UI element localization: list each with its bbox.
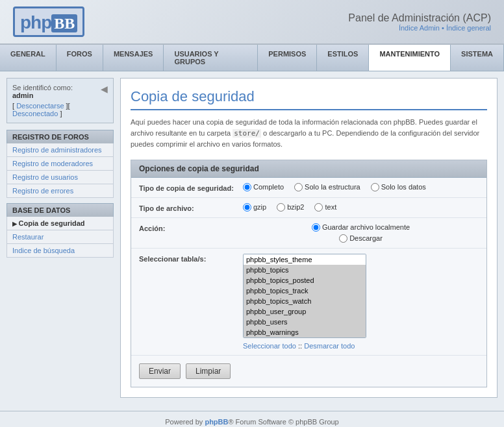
logo: phpBB xyxy=(13,6,84,37)
tipo-copia-group: Completo Solo la estructura Solo los dat… xyxy=(243,183,479,191)
phpbb-brand: phpBB xyxy=(205,418,228,426)
radio-completo-input[interactable] xyxy=(243,183,251,191)
page-title: Copia de seguridad xyxy=(131,88,487,110)
radio-gzip: gzip xyxy=(243,203,266,212)
sidebar-link-restaurar: Restaurar xyxy=(12,233,44,241)
tipo-archivo-group: gzip bzip2 text xyxy=(243,203,479,212)
powered-by-text: Powered by xyxy=(165,418,205,426)
main-nav: GENERAL FOROS MENSAJES USUARIOS Y GRUPOS… xyxy=(0,45,504,71)
index-admin-link[interactable]: Índice Admin xyxy=(399,24,440,32)
table-option-topics: phpbb_topics xyxy=(244,265,366,275)
sidebar-registro-title: REGISTRO DE FOROS xyxy=(6,130,114,143)
radio-bzip2: bzip2 xyxy=(277,203,304,212)
nav-tab-mensajes[interactable]: MENSAJES xyxy=(103,45,164,71)
options-box: Opciones de copia de seguridad Tipo de c… xyxy=(131,160,487,387)
clear-button[interactable]: Limpiar xyxy=(186,363,231,379)
radio-estructura-input[interactable] xyxy=(294,183,303,191)
index-general-link[interactable]: Índice general xyxy=(446,24,491,32)
sidebar-base-datos-title: BASE DE DATOS xyxy=(6,203,114,217)
table-option-topics-posted: phpbb_topics_posted xyxy=(244,275,366,286)
sidebar: ◀ Se identificó como: admin [ Desconecta… xyxy=(6,78,114,398)
table-option-user-group: phpbb_user_group xyxy=(244,306,366,317)
table-option-styles-theme: phpbb_styles_theme xyxy=(244,254,366,265)
tipo-archivo-label: Tipo de archivo: xyxy=(139,203,243,212)
radio-completo: Completo xyxy=(243,183,284,191)
sidebar-section-registro: REGISTRO DE FOROS Registro de administra… xyxy=(6,130,114,198)
radio-gzip-input[interactable] xyxy=(243,203,251,212)
nav-tab-permisos[interactable]: PERMISOS xyxy=(258,45,317,71)
radio-descargar-label[interactable]: Descargar xyxy=(349,234,383,242)
radio-guardar-label[interactable]: Guardar archivo localmente xyxy=(322,223,410,231)
radio-datos: Solo los datos xyxy=(371,183,426,191)
nav-tab-general[interactable]: GENERAL xyxy=(0,45,57,71)
sidebar-item-errores[interactable]: Registro de errores xyxy=(6,184,114,198)
select-all-link[interactable]: Seleccionar todo xyxy=(243,342,296,350)
accion-group: Guardar archivo localmente Descargar xyxy=(243,223,479,243)
main-content: Copia de seguridad Aquí puedes hacer una… xyxy=(120,78,498,398)
username: admin xyxy=(12,92,108,99)
panel-title: Panel de Administración (ACP) xyxy=(348,12,491,24)
nav-tab-foros[interactable]: FOROS xyxy=(57,45,103,71)
radio-completo-label[interactable]: Completo xyxy=(253,183,284,191)
user-label: Se identificó como: xyxy=(12,84,108,92)
radio-estructura-label[interactable]: Solo la estructura xyxy=(305,183,360,191)
table-option-words: phpbb_words xyxy=(244,337,366,338)
radio-guardar-input[interactable] xyxy=(312,223,320,232)
radio-bzip2-input[interactable] xyxy=(277,203,285,212)
sidebar-link-indice: Indice de búsqueda xyxy=(12,247,75,254)
nav-tab-mantenimiento[interactable]: MANTENIMIENTO xyxy=(369,45,451,71)
radio-datos-input[interactable] xyxy=(371,183,379,191)
table-option-warnings: phpbb_warnings xyxy=(244,327,366,337)
sidebar-item-copia[interactable]: Copia de seguridad xyxy=(6,217,114,230)
radio-bzip2-label[interactable]: bzip2 xyxy=(287,203,304,211)
radio-text-input[interactable] xyxy=(314,203,323,212)
user-links: [ Desconectarse ][ Desconectado ] xyxy=(12,102,108,117)
logo-php: php xyxy=(20,12,51,32)
tipo-copia-content: Completo Solo la estructura Solo los dat… xyxy=(243,183,479,191)
page-description: Aquí puedes hacer una copia de seguridad… xyxy=(131,117,487,150)
tipo-copia-row: Tipo de copia de seguridad: Completo Sol… xyxy=(131,178,486,198)
sidebar-item-moderadores[interactable]: Registro de moderadores xyxy=(6,157,114,171)
buttons-row: Enviar Limpiar xyxy=(131,356,486,387)
user-info: ◀ Se identificó como: admin [ Desconecta… xyxy=(6,78,114,123)
deselect-all-link[interactable]: Desmarcar todo xyxy=(304,342,355,350)
user-info-arrow-icon: ◀ xyxy=(101,84,108,94)
powered-suffix: ® Forum Software © phpBB Group xyxy=(228,418,338,426)
nav-tab-estilos[interactable]: ESTILOS xyxy=(317,45,369,71)
send-button[interactable]: Enviar xyxy=(139,363,181,379)
radio-text-label[interactable]: text xyxy=(325,203,336,211)
content: ◀ Se identificó como: admin [ Desconecta… xyxy=(0,71,504,404)
logout-link[interactable]: Desconectarse xyxy=(16,102,64,110)
sidebar-item-indice[interactable]: Indice de búsqueda xyxy=(6,244,114,258)
radio-estructura: Solo la estructura xyxy=(294,183,360,191)
radio-text: text xyxy=(314,203,336,212)
logo-bb-badge: BB xyxy=(51,14,77,32)
sidebar-link-usuarios-reg: Registro de usuarios xyxy=(12,173,78,181)
accion-label: Acción: xyxy=(139,223,243,232)
table-select[interactable]: phpbb_styles_theme phpbb_topics phpbb_to… xyxy=(243,254,366,338)
header: phpBB Panel de Administración (ACP) Índi… xyxy=(0,0,504,45)
nav-tab-sistema[interactable]: SISTEMA xyxy=(451,45,504,71)
sidebar-item-restaurar[interactable]: Restaurar xyxy=(6,230,114,244)
footer: Powered by phpBB® Forum Software © phpBB… xyxy=(0,411,504,428)
radio-descargar: Descargar xyxy=(339,234,383,243)
seleccionar-content: phpbb_styles_theme phpbb_topics phpbb_to… xyxy=(243,254,479,350)
radio-gzip-label[interactable]: gzip xyxy=(253,203,266,211)
accion-row: Acción: Guardar archivo localmente Desca… xyxy=(131,218,486,249)
sidebar-item-usuarios-reg[interactable]: Registro de usuarios xyxy=(6,171,114,184)
table-option-topics-watch: phpbb_topics_watch xyxy=(244,296,366,306)
disconnect-link[interactable]: Desconectado xyxy=(12,110,58,117)
sidebar-link-moderadores: Registro de moderadores xyxy=(12,160,93,167)
logo-image: phpBB xyxy=(13,6,84,37)
panel-links: Índice Admin • Índice general xyxy=(348,24,491,32)
nav-tab-usuarios[interactable]: USUARIOS Y GRUPOS xyxy=(164,45,258,71)
sidebar-section-base-datos: BASE DE DATOS Copia de seguridad Restaur… xyxy=(6,203,114,258)
sidebar-link-admins: Registro de administradores xyxy=(12,146,102,154)
select-links: Seleccionar todo :: Desmarcar todo xyxy=(243,342,479,350)
radio-datos-label[interactable]: Solo los datos xyxy=(381,183,426,191)
accion-content: Guardar archivo localmente Descargar xyxy=(243,223,479,243)
sidebar-item-admins[interactable]: Registro de administradores xyxy=(6,143,114,157)
footer-line1: Powered by phpBB® Forum Software © phpBB… xyxy=(6,418,498,426)
options-title: Opciones de copia de seguridad xyxy=(131,160,486,178)
radio-descargar-input[interactable] xyxy=(339,234,347,243)
